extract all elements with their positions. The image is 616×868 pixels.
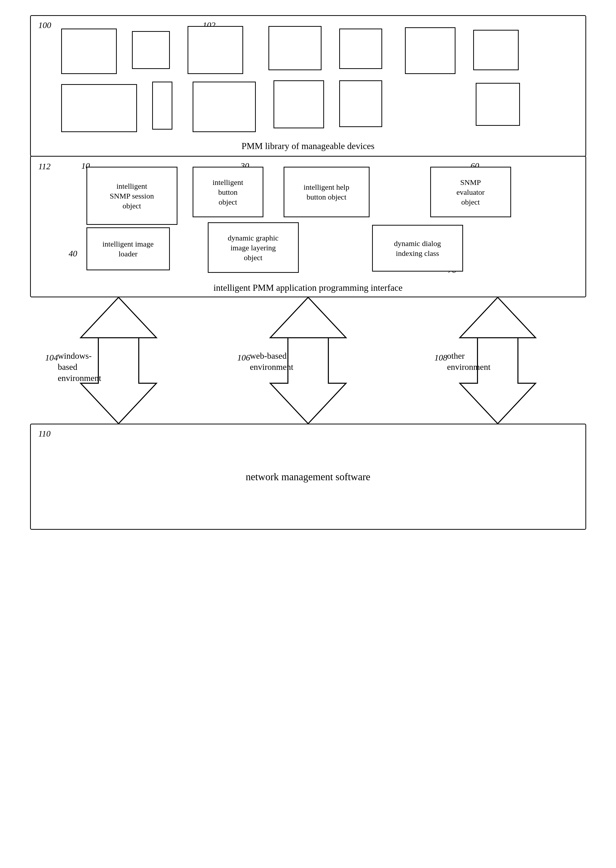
device-rect-7 (473, 30, 519, 70)
ref-104: 104 (45, 353, 58, 362)
arrows-section: 104 windows-basedenvironment 106 web-bas… (30, 297, 586, 424)
device-rect-9 (152, 81, 172, 130)
ref-100: 100 (38, 20, 51, 30)
api-label: intelligent PMM application programming … (31, 282, 585, 293)
diagram-wrapper: 100 102 PMM library of manageable device… (30, 15, 586, 530)
ref-112: 112 (38, 162, 50, 171)
device-rect-1 (61, 28, 117, 74)
ref-106: 106 (237, 353, 250, 362)
ref-110: 110 (38, 429, 50, 439)
image-layering-box: dynamic graphicimage layeringobject (208, 222, 299, 273)
netmgmt-box: 110 network management software (30, 424, 586, 530)
netmgmt-label: network management software (246, 471, 370, 483)
device-rect-12 (339, 80, 382, 127)
api-box: 112 10 20 30 40 50 60 70 intelligentSNMP… (30, 156, 586, 297)
ref-108: 108 (435, 353, 448, 362)
dialog-indexing-box: dynamic dialogindexing class (372, 225, 463, 271)
snmp-session-box: intelligentSNMP sessionobject (86, 167, 178, 225)
web-env-label: web-basedenvironment (250, 350, 294, 373)
pmm-library-label: PMM library of manageable devices (31, 141, 585, 151)
help-button-box: intelligent helpbutton object (284, 167, 369, 217)
button-object-box: intelligentbuttonobject (193, 167, 263, 217)
windows-env-label: windows-basedenvironment (58, 350, 101, 384)
device-rect-13 (476, 83, 520, 126)
device-rect-5 (339, 28, 382, 69)
device-rect-4 (269, 26, 322, 70)
device-rect-2 (132, 31, 170, 69)
other-env-label: otherenvironment (447, 350, 490, 373)
arrows-svg (30, 297, 586, 424)
ref-40: 40 (69, 249, 77, 259)
device-rect-11 (273, 80, 324, 128)
image-loader-box: intelligent imageloader (86, 227, 170, 270)
snmp-evaluator-box: SNMPevaluatorobject (430, 167, 511, 217)
device-rect-6 (405, 27, 456, 74)
device-rect-10 (193, 81, 256, 132)
device-rect-8 (61, 84, 137, 132)
device-rect-3 (187, 26, 243, 74)
pmm-library-box: 100 102 PMM library of manageable device… (30, 15, 586, 157)
